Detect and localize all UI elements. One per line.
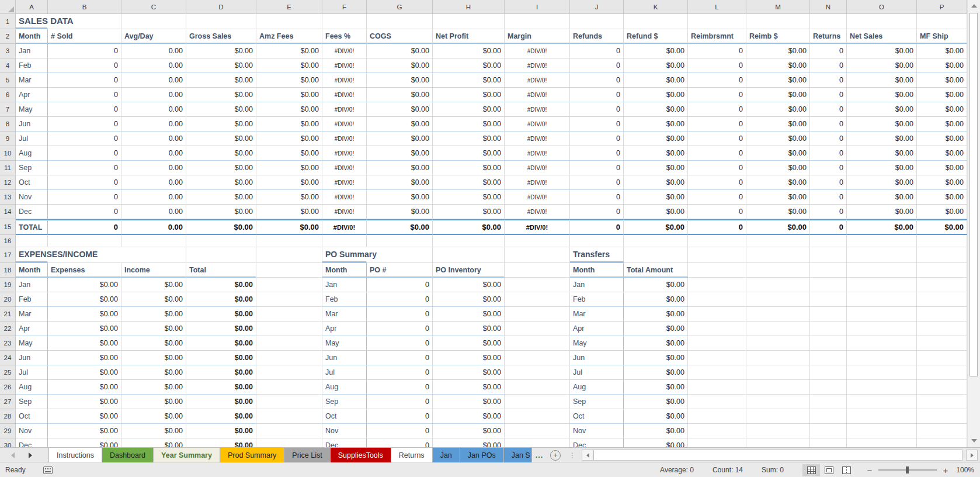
cell-M10[interactable]: $0.00 [746,146,810,161]
cell-C22[interactable]: $0.00 [121,322,186,336]
tab-scroll-right-icon[interactable] [29,452,32,458]
cell-M4[interactable]: $0.00 [746,58,810,73]
cell-K3[interactable]: $0.00 [624,44,688,58]
cell-O22[interactable] [847,322,917,336]
sheet-tab-jan-pos[interactable]: Jan POs [460,448,504,462]
cell-G29[interactable]: 0 [367,424,433,438]
cell-H13[interactable]: $0.00 [433,190,505,205]
cell-M19[interactable] [746,278,810,292]
cell-F22[interactable]: Apr [322,322,367,336]
cell-P28[interactable] [917,409,967,424]
cell-M6[interactable]: $0.00 [746,88,810,102]
cell-A10[interactable]: Aug [16,146,48,161]
cell-O14[interactable]: $0.00 [847,205,917,219]
cell-C23[interactable]: $0.00 [121,336,186,351]
cell-D28[interactable]: $0.00 [186,409,256,424]
cell-C24[interactable]: $0.00 [121,351,186,365]
cell-I12[interactable]: #DIV/0! [505,175,570,190]
cell-M18[interactable] [746,263,810,278]
cell-H9[interactable]: $0.00 [433,132,505,146]
cell-P4[interactable]: $0.00 [917,58,967,73]
cell-L2[interactable]: Reimbrsmnt [688,29,746,44]
sheet-tab-dashboard[interactable]: Dashboard [102,448,154,462]
cell-B16[interactable] [48,235,121,247]
cell-O12[interactable]: $0.00 [847,175,917,190]
cell-O4[interactable]: $0.00 [847,58,917,73]
cell-L10[interactable]: 0 [688,146,746,161]
row-header-29[interactable]: 29 [0,424,16,438]
cell-I30[interactable] [505,438,570,447]
cell-H17[interactable] [433,247,505,263]
row-header-18[interactable]: 18 [0,263,16,278]
cell-G26[interactable]: 0 [367,380,433,395]
cell-I8[interactable]: #DIV/0! [505,117,570,132]
tab-options-dots-icon[interactable]: ⋮ [564,448,581,462]
cell-I24[interactable] [505,351,570,365]
cell-H19[interactable]: $0.00 [433,278,505,292]
cell-K14[interactable]: $0.00 [624,205,688,219]
cell-E1[interactable] [256,14,322,29]
cell-G5[interactable]: $0.00 [367,73,433,88]
cell-H8[interactable]: $0.00 [433,117,505,132]
cell-N4[interactable]: 0 [810,58,847,73]
cell-E14[interactable]: $0.00 [256,205,322,219]
cell-O11[interactable]: $0.00 [847,161,917,175]
cell-O17[interactable] [847,247,917,263]
cell-O1[interactable] [847,14,917,29]
cell-P6[interactable]: $0.00 [917,88,967,102]
cell-F3[interactable]: #DIV/0! [322,44,367,58]
cell-C20[interactable]: $0.00 [121,292,186,307]
cell-O21[interactable] [847,307,917,322]
cell-P22[interactable] [917,322,967,336]
cell-G25[interactable]: 0 [367,365,433,380]
cell-L28[interactable] [688,409,746,424]
cell-C2[interactable]: Avg/Day [121,29,186,44]
cell-A24[interactable]: Jun [16,351,48,365]
cell-N9[interactable]: 0 [810,132,847,146]
cell-N5[interactable]: 0 [810,73,847,88]
cell-N13[interactable]: 0 [810,190,847,205]
cell-M17[interactable] [746,247,810,263]
cell-D29[interactable]: $0.00 [186,424,256,438]
cell-P15[interactable]: $0.00 [917,219,967,235]
row-header-12[interactable]: 12 [0,175,16,190]
cell-J26[interactable]: Aug [570,380,624,395]
cell-I18[interactable] [505,263,570,278]
scroll-right-button[interactable] [966,450,978,461]
cell-G16[interactable] [367,235,433,247]
cell-B21[interactable]: $0.00 [48,307,121,322]
cell-L25[interactable] [688,365,746,380]
cell-N30[interactable] [810,438,847,447]
cell-A29[interactable]: Nov [16,424,48,438]
cell-N25[interactable] [810,365,847,380]
cell-E6[interactable]: $0.00 [256,88,322,102]
cell-H1[interactable] [433,14,505,29]
cell-C4[interactable]: 0.00 [121,58,186,73]
cell-N3[interactable]: 0 [810,44,847,58]
cell-H14[interactable]: $0.00 [433,205,505,219]
cell-P10[interactable]: $0.00 [917,146,967,161]
cell-A5[interactable]: Mar [16,73,48,88]
cell-K28[interactable]: $0.00 [624,409,688,424]
cell-D22[interactable]: $0.00 [186,322,256,336]
column-header-H[interactable]: H [433,0,505,14]
cell-L20[interactable] [688,292,746,307]
cell-A7[interactable]: May [16,102,48,117]
cell-C26[interactable]: $0.00 [121,380,186,395]
cell-M23[interactable] [746,336,810,351]
cell-A15[interactable]: TOTAL [16,219,48,235]
cell-D5[interactable]: $0.00 [186,73,256,88]
cell-E5[interactable]: $0.00 [256,73,322,88]
cell-G14[interactable]: $0.00 [367,205,433,219]
cell-D11[interactable]: $0.00 [186,161,256,175]
cell-L5[interactable]: 0 [688,73,746,88]
row-header-30[interactable]: 30 [0,438,16,447]
vertical-scrollbar[interactable] [967,0,980,447]
cell-B7[interactable]: 0 [48,102,121,117]
cell-C10[interactable]: 0.00 [121,146,186,161]
cell-P2[interactable]: MF Ship [917,29,967,44]
cell-G21[interactable]: 0 [367,307,433,322]
cell-C12[interactable]: 0.00 [121,175,186,190]
cell-J20[interactable]: Feb [570,292,624,307]
row-header-26[interactable]: 26 [0,380,16,395]
